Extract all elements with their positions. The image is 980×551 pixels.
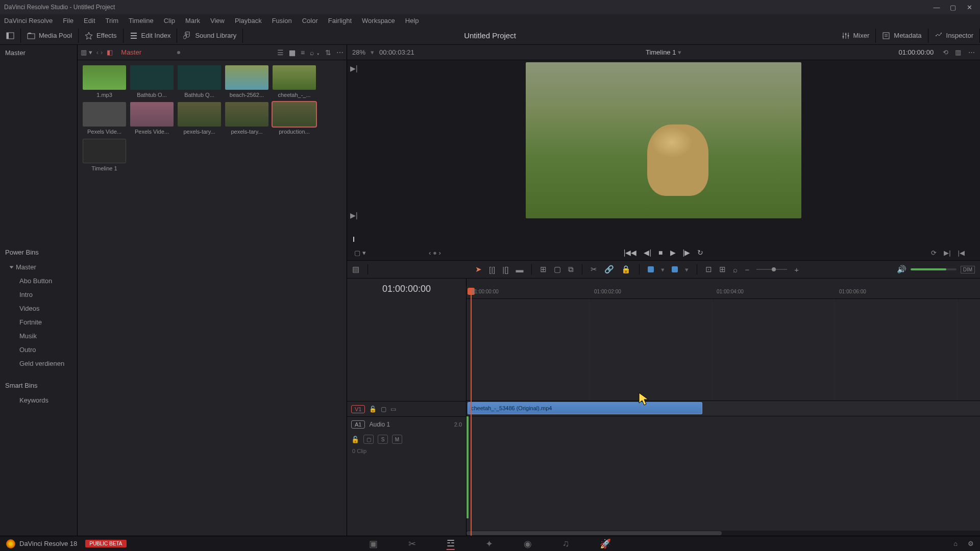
media-clip[interactable]: 1.mp3 (83, 65, 126, 98)
options-icon[interactable]: ⋯ (336, 48, 344, 57)
stop-button[interactable]: ■ (658, 248, 663, 257)
mixer-button[interactable]: Mixer (836, 29, 876, 43)
clip-thumbnail[interactable] (130, 65, 174, 90)
clip-thumbnail[interactable] (83, 65, 126, 90)
v1-track[interactable]: cheetah_-_53486 (Original).mp4 (467, 401, 980, 416)
powerbin-item[interactable]: Geld verdienen (0, 357, 77, 370)
timeline-dropdown[interactable]: Timeline 1 (646, 48, 676, 56)
mark-in-out-icon[interactable]: ⟳ (931, 249, 937, 257)
menu-file[interactable]: File (63, 17, 74, 24)
cut-page-button[interactable]: ✂ (408, 538, 416, 549)
replace-clip-icon[interactable]: ⧉ (568, 265, 574, 274)
breadcrumb-master[interactable]: Master (121, 48, 141, 56)
metadata-button[interactable]: Metadata (876, 29, 928, 43)
media-clip[interactable]: Pexels Vide... (83, 102, 126, 135)
a1-mute-button[interactable]: M (392, 435, 402, 444)
a1-solo-button[interactable]: S (378, 435, 388, 444)
view-metadata-icon[interactable]: ☰ (277, 48, 284, 57)
sidebar-toggle-button[interactable] (0, 29, 21, 43)
loop-button[interactable]: ↻ (697, 248, 703, 257)
dynamic-trim-tool[interactable]: |[] (502, 265, 508, 274)
track-auto-select-icon[interactable]: ▢ (381, 406, 386, 413)
next-marker-icon[interactable]: › (438, 249, 440, 257)
powerbin-master[interactable]: Master (0, 260, 77, 274)
smart-bins-header[interactable]: Smart Bins (0, 378, 77, 393)
fusion-page-button[interactable]: ✦ (485, 538, 493, 549)
media-clip[interactable]: Bathtub O... (130, 65, 174, 98)
media-clip[interactable]: Timeline 1 (83, 139, 126, 171)
go-out-icon[interactable]: |◀ (958, 249, 965, 257)
next-edit-icon-2[interactable]: ▶| (350, 211, 358, 219)
menu-view[interactable]: View (210, 17, 225, 24)
home-button[interactable]: ⌂ (953, 540, 958, 547)
go-first-button[interactable]: |◀◀ (624, 248, 637, 257)
nav-back-icon[interactable]: ‹ (96, 48, 99, 56)
smartbin-item[interactable]: Keywords (0, 393, 77, 407)
video-tracks-area[interactable] (467, 299, 980, 401)
menu-help[interactable]: Help (405, 17, 419, 24)
dim-button[interactable]: DIM (961, 266, 975, 273)
clip-thumbnail[interactable] (130, 102, 174, 127)
clip-thumbnail[interactable] (83, 139, 126, 163)
link-icon[interactable]: 🔗 (604, 265, 614, 274)
sort-icon[interactable]: ⇅ (325, 48, 331, 57)
view-list-icon[interactable]: ≡ (301, 48, 305, 57)
a1-lock-icon[interactable]: 🔓 (351, 436, 359, 443)
track-lock-icon[interactable]: 🔓 (369, 406, 377, 413)
fairlight-page-button[interactable]: ♫ (562, 538, 570, 549)
menu-fairlight[interactable]: Fairlight (328, 17, 352, 24)
detail-zoom-icon[interactable]: ⊞ (719, 265, 726, 274)
zoom-out-icon[interactable]: − (745, 265, 749, 274)
maximize-button[interactable]: ▢ (949, 4, 957, 11)
a1-tag[interactable]: A1 (351, 420, 365, 429)
color-page-button[interactable]: ◉ (524, 538, 532, 549)
zoom-to-fit-icon[interactable]: ⊡ (705, 265, 712, 274)
menu-color[interactable]: Color (302, 17, 318, 24)
edit-index-button[interactable]: Edit Index (124, 29, 178, 43)
viewer-panel[interactable]: ▶| ▶| (347, 60, 980, 234)
search-icon[interactable]: ⌕ ▾ (310, 48, 320, 57)
marker-button[interactable] (672, 266, 678, 272)
bin-icon[interactable]: ◧ (107, 48, 113, 56)
view-thumb-icon[interactable]: ▦ (289, 48, 296, 57)
lock-icon[interactable]: 🔒 (621, 265, 631, 274)
go-in-icon[interactable]: ▶| (944, 249, 950, 257)
insert-clip-icon[interactable]: ⊞ (540, 265, 547, 274)
match-frame-icon[interactable]: ▢ ▾ (354, 249, 366, 257)
blade-tool[interactable]: ▬ (516, 265, 523, 274)
menu-workspace[interactable]: Workspace (362, 17, 395, 24)
layout-toggle-icon[interactable]: ▥ ▾ (81, 48, 92, 56)
powerbin-item[interactable]: Musik (0, 329, 77, 343)
media-pool-button[interactable]: Media Pool (21, 29, 79, 43)
a1-auto-select-icon[interactable]: ▢ (363, 435, 374, 444)
media-clip[interactable]: cheetah_-_... (273, 65, 316, 98)
razor-icon[interactable]: ✂ (591, 265, 597, 274)
deliver-page-button[interactable]: 🚀 (600, 538, 611, 549)
clip-thumbnail[interactable] (273, 65, 316, 90)
powerbin-item[interactable]: Intro (0, 288, 77, 302)
step-back-button[interactable]: ◀| (644, 248, 651, 257)
menu-fusion[interactable]: Fusion (272, 17, 292, 24)
video-clip[interactable]: cheetah_-_53486 (Original).mp4 (468, 402, 702, 414)
media-clip[interactable]: Pexels Vide... (130, 102, 174, 135)
close-button[interactable]: ✕ (966, 4, 973, 11)
timeline-view-icon[interactable]: ▤ (352, 265, 359, 274)
timeline-timecode[interactable]: 01:00:00:00 (347, 279, 466, 299)
powerbin-item[interactable]: Fortnite (0, 315, 77, 329)
powerbin-item[interactable]: Abo Button (0, 274, 77, 288)
selection-tool[interactable]: ➤ (475, 265, 482, 274)
menu-timeline[interactable]: Timeline (129, 17, 154, 24)
custom-zoom-icon[interactable]: ⌕ (733, 265, 738, 274)
nav-fwd-icon[interactable]: › (101, 48, 103, 56)
viewer-scrubber[interactable] (347, 234, 980, 245)
v1-tag[interactable]: V1 (351, 405, 365, 413)
overwrite-clip-icon[interactable]: ▢ (554, 265, 561, 274)
clip-thumbnail[interactable] (83, 102, 126, 127)
power-bins-header[interactable]: Power Bins (0, 244, 77, 260)
volume-slider[interactable] (911, 268, 957, 270)
prev-marker-icon[interactable]: ‹ (429, 249, 431, 257)
play-button[interactable]: ▶ (670, 248, 676, 257)
flag-button[interactable] (648, 266, 654, 272)
next-edit-icon[interactable]: ▶| (350, 64, 358, 72)
clip-thumbnail[interactable] (178, 102, 221, 127)
